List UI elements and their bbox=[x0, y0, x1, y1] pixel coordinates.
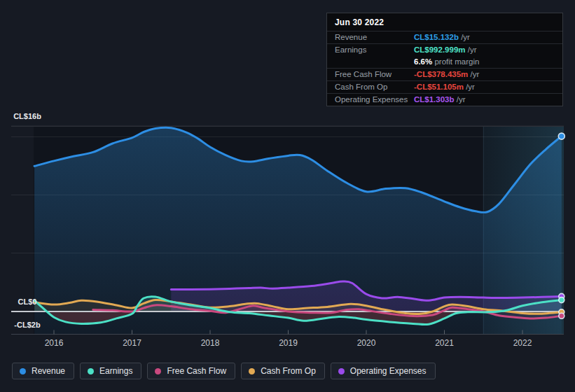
tooltip-label: Revenue bbox=[335, 33, 414, 42]
y-axis-label-cl2b: -CL$2b bbox=[14, 321, 41, 329]
legend-label: Operating Expenses bbox=[350, 366, 427, 376]
legend-item-free-cash-flow[interactable]: Free Cash Flow bbox=[147, 363, 235, 379]
revenue-dot-icon bbox=[20, 368, 26, 374]
x-axis-label-2022: 2022 bbox=[513, 338, 532, 348]
operating-expenses-dot-icon bbox=[338, 368, 345, 374]
tooltip-value-free-cash-flow: -CL$378.435m bbox=[414, 70, 468, 78]
x-axis-labels: 2016201720182019202020212022 bbox=[45, 338, 532, 348]
legend: Revenue Earnings Free Cash Flow Cash Fro… bbox=[12, 363, 436, 379]
profit-margin-label: profit margin bbox=[434, 57, 479, 66]
profit-margin-value: 6.6% bbox=[414, 57, 432, 66]
tooltip-unit: /yr bbox=[468, 46, 477, 54]
tooltip-unit: /yr bbox=[466, 83, 475, 91]
tooltip-row-profit-margin: 6.6% profit margin bbox=[327, 56, 562, 68]
cash-from-op-dot-icon bbox=[249, 368, 255, 374]
tooltip-label: Operating Expenses bbox=[335, 95, 414, 104]
legend-label: Free Cash Flow bbox=[167, 366, 226, 376]
tooltip-label: Earnings bbox=[335, 46, 414, 55]
tooltip-row-revenue: Revenue CL$15.132b /yr bbox=[327, 31, 562, 43]
tooltip-value-earnings: CL$992.999m bbox=[414, 46, 466, 54]
x-axis-label-2016: 2016 bbox=[45, 338, 64, 348]
tooltip-row-earnings: Earnings CL$992.999m /yr bbox=[327, 43, 562, 56]
legend-label: Earnings bbox=[99, 366, 132, 376]
legend-item-revenue[interactable]: Revenue bbox=[12, 363, 74, 379]
legend-item-operating-expenses[interactable]: Operating Expenses bbox=[331, 363, 436, 379]
endpoint-marker-revenue[interactable] bbox=[558, 133, 564, 139]
x-axis-label-2020: 2020 bbox=[357, 338, 376, 348]
tooltip-row-free-cash-flow: Free Cash Flow -CL$378.435m /yr bbox=[327, 68, 562, 80]
x-axis-label-2018: 2018 bbox=[201, 338, 220, 348]
chart-panel: 2016201720182019202020212022CL$16bCL$0-C… bbox=[0, 0, 575, 392]
endpoint-marker-free-cash-flow[interactable] bbox=[559, 313, 564, 318]
tooltip-unit: /yr bbox=[461, 33, 470, 41]
legend-label: Cash From Op bbox=[261, 366, 316, 376]
tooltip-unit: /yr bbox=[457, 95, 466, 104]
y-axis-label-cl16b: CL$16b bbox=[13, 112, 41, 120]
tooltip-row-cash-from-op: Cash From Op -CL$51.105m /yr bbox=[327, 80, 562, 93]
endpoint-marker-earnings[interactable] bbox=[559, 298, 564, 303]
earnings-dot-icon bbox=[88, 368, 94, 374]
legend-item-cash-from-op[interactable]: Cash From Op bbox=[241, 363, 325, 379]
y-axis-label-cl0: CL$0 bbox=[18, 298, 37, 306]
tooltip-row-operating-expenses: Operating Expenses CL$1.303b /yr bbox=[327, 93, 562, 106]
tooltip-value-revenue: CL$15.132b bbox=[414, 33, 459, 41]
tooltip-value-cash-from-op: -CL$51.105m bbox=[414, 83, 464, 91]
legend-label: Revenue bbox=[32, 366, 65, 376]
tooltip-value-operating-expenses: CL$1.303b bbox=[414, 95, 455, 104]
free-cash-flow-dot-icon bbox=[155, 368, 161, 374]
tooltip-label: Cash From Op bbox=[335, 83, 414, 92]
legend-item-earnings[interactable]: Earnings bbox=[80, 363, 141, 379]
x-axis-label-2021: 2021 bbox=[435, 338, 454, 348]
tooltip-unit: /yr bbox=[471, 70, 480, 78]
x-axis-label-2019: 2019 bbox=[279, 338, 298, 348]
tooltip-date: Jun 30 2022 bbox=[327, 13, 562, 31]
tooltip: Jun 30 2022 Revenue CL$15.132b /yr Earni… bbox=[326, 13, 563, 106]
tooltip-label: Free Cash Flow bbox=[335, 70, 414, 79]
x-axis-label-2017: 2017 bbox=[123, 338, 141, 348]
